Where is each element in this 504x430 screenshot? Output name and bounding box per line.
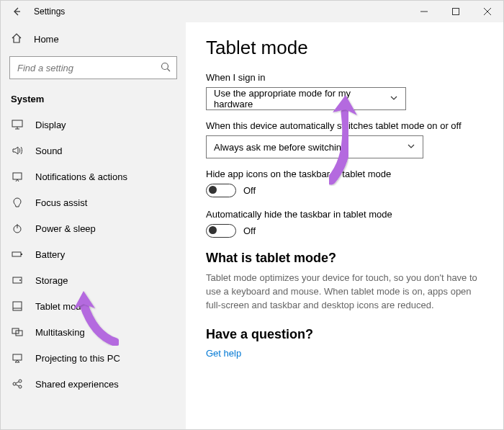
project-icon	[11, 352, 24, 364]
what-title: What is tablet mode?	[206, 251, 482, 266]
sidebar-item-label: Storage	[35, 275, 68, 286]
notifications-icon	[11, 171, 24, 182]
sidebar-item-power[interactable]: Power & sleep	[1, 215, 186, 241]
sidebar-item-notifications[interactable]: Notifications & actions	[1, 164, 186, 189]
svg-rect-17	[13, 302, 22, 310]
switch-dropdown[interactable]: Always ask me before switching	[206, 135, 423, 158]
sidebar-item-focus[interactable]: Focus assist	[1, 189, 186, 215]
close-button[interactable]	[472, 1, 503, 22]
display-icon	[11, 119, 24, 130]
hide-icons-label: Hide app icons on the taskbar in tablet …	[206, 169, 482, 179]
sidebar-item-sound[interactable]: Sound	[1, 138, 186, 164]
back-button[interactable]	[9, 4, 24, 19]
home-nav-item[interactable]: Home	[1, 27, 186, 52]
sidebar-item-shared[interactable]: Shared experiences	[1, 371, 186, 397]
sound-icon	[11, 145, 24, 156]
content-area: Tablet mode When I sign in Use the appro…	[186, 22, 503, 429]
get-help-link[interactable]: Get help	[206, 348, 482, 359]
question-title: Have a question?	[206, 327, 482, 342]
sidebar-item-label: Projecting to this PC	[35, 353, 120, 364]
signin-dropdown[interactable]: Use the appropriate mode for my hardware	[206, 87, 406, 110]
home-icon	[11, 32, 22, 46]
window-title: Settings	[34, 6, 65, 17]
sidebar-item-label: Power & sleep	[35, 223, 96, 234]
sidebar-item-label: Shared experiences	[35, 379, 119, 390]
svg-rect-2	[453, 9, 459, 15]
sidebar-item-label: Focus assist	[35, 197, 87, 208]
switch-label: When this device automatically switches …	[206, 120, 482, 131]
search-icon	[160, 61, 171, 75]
sidebar-item-label: Display	[35, 120, 66, 130]
sidebar-category: System	[1, 86, 186, 112]
svg-rect-7	[12, 120, 22, 127]
svg-point-22	[13, 382, 16, 385]
page-title: Tablet mode	[206, 37, 482, 59]
sidebar-item-label: Battery	[35, 249, 65, 260]
svg-point-16	[19, 279, 21, 281]
storage-icon	[11, 274, 24, 286]
svg-rect-21	[13, 354, 22, 360]
sidebar-item-tablet[interactable]: Tablet mode	[1, 293, 186, 319]
search-input[interactable]	[9, 56, 177, 79]
sidebar-item-label: Notifications & actions	[35, 171, 127, 182]
svg-rect-14	[21, 254, 22, 255]
sidebar-item-storage[interactable]: Storage	[1, 267, 186, 293]
signin-dropdown-value: Use the appropriate mode for my hardware	[214, 88, 390, 109]
sidebar: Home System DisplaySoundNotifications & …	[1, 22, 186, 429]
chevron-down-icon	[390, 94, 398, 104]
svg-point-5	[162, 63, 168, 70]
home-label: Home	[34, 34, 59, 45]
multitask-icon	[11, 326, 24, 338]
auto-hide-label: Automatically hide the taskbar in tablet…	[206, 209, 482, 220]
sidebar-item-label: Tablet mode	[35, 301, 86, 312]
auto-hide-value: Off	[243, 225, 256, 236]
sidebar-item-label: Sound	[35, 145, 63, 156]
tablet-icon	[11, 300, 24, 312]
svg-line-26	[16, 385, 19, 386]
chevron-down-icon	[407, 142, 415, 153]
signin-label: When I sign in	[206, 72, 482, 83]
title-bar: Settings	[1, 1, 503, 22]
svg-point-23	[19, 380, 22, 382]
sidebar-item-display[interactable]: Display	[1, 112, 186, 138]
focus-icon	[11, 197, 24, 208]
sidebar-item-multitask[interactable]: Multitasking	[1, 319, 186, 345]
sidebar-item-project[interactable]: Projecting to this PC	[1, 345, 186, 371]
svg-rect-13	[12, 252, 21, 256]
svg-line-6	[168, 69, 171, 72]
battery-icon	[11, 248, 24, 260]
svg-line-25	[16, 382, 19, 383]
svg-point-24	[19, 385, 22, 388]
what-desc: Tablet mode optimizes your device for to…	[206, 272, 482, 313]
power-icon	[11, 223, 24, 234]
hide-icons-toggle[interactable]	[206, 184, 236, 197]
sidebar-item-label: Multitasking	[35, 327, 85, 338]
sidebar-item-battery[interactable]: Battery	[1, 241, 186, 267]
auto-hide-toggle[interactable]	[206, 224, 236, 238]
minimize-button[interactable]	[408, 1, 440, 22]
maximize-button[interactable]	[440, 1, 472, 22]
shared-icon	[11, 378, 24, 390]
svg-rect-10	[13, 173, 22, 179]
switch-dropdown-value: Always ask me before switching	[214, 142, 346, 153]
hide-icons-value: Off	[243, 185, 256, 196]
